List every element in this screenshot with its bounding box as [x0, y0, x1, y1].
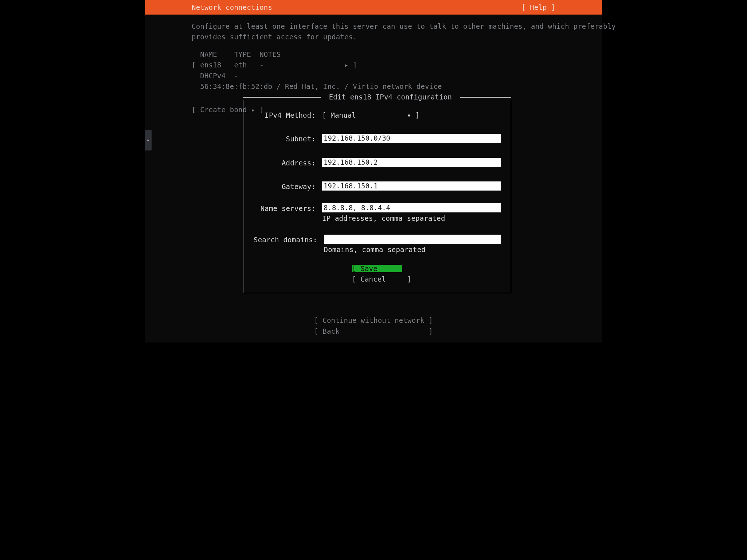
footer-actions: [ Continue without network ] [ Back ]	[145, 315, 602, 337]
ipv4-config-dialog: Edit ens18 IPv4 configuration IPv4 Metho…	[243, 95, 511, 293]
subnet-input[interactable]	[322, 134, 501, 143]
side-expand-tab[interactable]: ▸	[145, 130, 152, 150]
interface-list[interactable]: NAME TYPE NOTES [ ens18 eth - ▸ ] DHCPv4…	[192, 49, 555, 92]
save-button[interactable]: [ Save ]	[352, 265, 402, 272]
ipv4-method-select[interactable]: [ Manual ▾ ]	[322, 111, 420, 119]
header-bar: Network connections [ Help ]	[145, 0, 602, 15]
help-button[interactable]: [ Help ]	[521, 0, 555, 15]
ipv4-method-label: IPv4 Method:	[254, 110, 322, 121]
continue-without-network-button[interactable]: [ Continue without network ]	[145, 315, 602, 326]
dialog-title: Edit ens18 IPv4 configuration	[321, 92, 460, 102]
address-input[interactable]	[322, 158, 501, 167]
search-domains-label: Search domains:	[254, 235, 324, 245]
gateway-input[interactable]	[322, 181, 501, 191]
search-domains-input[interactable]	[324, 235, 501, 244]
name-servers-input[interactable]	[322, 203, 501, 212]
gateway-label: Gateway:	[254, 181, 322, 192]
back-button[interactable]: [ Back ]	[145, 326, 602, 337]
subnet-label: Subnet:	[254, 134, 322, 144]
caret-right-icon: ▸	[147, 137, 150, 143]
page-description: Configure at least one interface this se…	[192, 21, 555, 43]
page-title: Network connections	[192, 0, 272, 15]
search-domains-hint: Domains, comma separated	[324, 244, 501, 255]
name-servers-hint: IP addresses, comma separated	[322, 213, 501, 224]
name-servers-label: Name servers:	[254, 203, 322, 214]
cancel-button[interactable]: [ Cancel ]	[352, 275, 402, 283]
address-label: Address:	[254, 158, 322, 168]
